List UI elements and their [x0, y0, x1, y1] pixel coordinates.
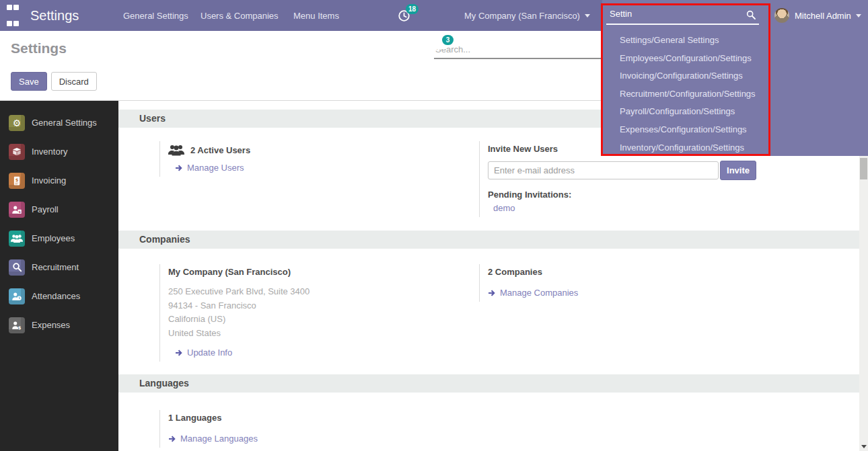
arrow-right-icon [488, 289, 496, 297]
avatar [774, 8, 789, 23]
user-name: Mitchell Admin [795, 11, 851, 21]
sidebar-item-attendances[interactable]: Attendances [0, 282, 118, 311]
section-header-companies: Companies [118, 231, 859, 249]
update-info-link[interactable]: Update Info [175, 347, 449, 358]
settings-sidebar: ⚙ General Settings Inventory $ Invoicing… [0, 101, 118, 451]
pending-user-link[interactable]: demo [488, 203, 768, 213]
chevron-down-icon [585, 14, 590, 17]
search-suggestion[interactable]: Payroll/Configuration/Settings [602, 103, 771, 121]
sidebar-item-payroll[interactable]: $ Payroll [0, 195, 118, 224]
search-suggestion[interactable]: Expenses/Configuration/Settings [602, 121, 771, 139]
invoice-icon: $ [9, 173, 25, 189]
active-users-count: 2 Active Users [190, 145, 250, 155]
search-query-text: Settin [610, 9, 632, 19]
company-name: My Company (San Francisco) [168, 267, 449, 277]
sidebar-item-general-settings[interactable]: ⚙ General Settings [0, 108, 118, 137]
section-header-languages: Languages [118, 374, 859, 393]
arrow-right-icon [175, 349, 183, 357]
svg-text:$: $ [15, 177, 19, 182]
active-users-setting: 2 Active Users Manage Users [159, 141, 382, 177]
save-button[interactable]: Save [11, 72, 47, 91]
invite-email-input[interactable] [488, 161, 719, 179]
company-switcher[interactable]: My Company (San Francisco) [464, 0, 590, 31]
sidebar-item-recruitment[interactable]: Recruitment [0, 253, 118, 282]
payroll-icon: $ [9, 202, 25, 218]
svg-text:$: $ [18, 325, 22, 330]
breadcrumb: Settings [11, 40, 67, 56]
manage-languages-link[interactable]: Manage Languages [168, 434, 382, 444]
messages-badge: 3 [442, 35, 454, 45]
search-suggestion[interactable]: Recruitment/Configuration/Settings [602, 85, 771, 104]
scroll-down-arrow-icon[interactable] [861, 445, 867, 448]
search-icon[interactable] [746, 9, 756, 20]
languages-count: 1 Languages [168, 413, 382, 423]
nav-item-general-settings[interactable]: General Settings [123, 0, 188, 31]
search-suggestion[interactable]: Invoicing/Configuration/Settings [602, 67, 771, 85]
manage-companies-link[interactable]: Manage Companies [488, 288, 681, 298]
expense-icon: $ [9, 317, 25, 333]
vertical-scrollbar[interactable] [859, 156, 868, 451]
chevron-down-icon [856, 14, 861, 17]
magnifier-icon [9, 259, 25, 276]
user-menu[interactable]: Mitchell Admin [774, 0, 861, 31]
activity-badge: 18 [406, 4, 419, 14]
attendance-icon [9, 288, 25, 304]
companies-count: 2 Companies [488, 267, 681, 277]
companies-count-setting: 2 Companies Manage Companies [479, 264, 681, 302]
discard-button[interactable]: Discard [51, 72, 97, 91]
sidebar-item-expenses[interactable]: $ Expenses [0, 311, 118, 339]
employees-icon [9, 231, 25, 247]
manage-users-link[interactable]: Manage Users [175, 163, 382, 173]
navbar-search-input[interactable]: Settin [606, 5, 759, 25]
sidebar-item-inventory[interactable]: Inventory [0, 137, 118, 166]
nav-item-menu-items[interactable]: Menu Items [293, 0, 339, 31]
invite-button[interactable]: Invite [720, 161, 756, 180]
gear-icon: ⚙ [9, 115, 25, 131]
apps-menu-icon[interactable] [7, 0, 20, 31]
search-suggestions-list: Settings/General Settings Employees/Conf… [602, 32, 771, 157]
company-switcher-label: My Company (San Francisco) [464, 11, 580, 21]
sidebar-item-employees[interactable]: Employees [0, 224, 118, 253]
search-suggestion[interactable]: Settings/General Settings [602, 32, 771, 50]
box-icon [9, 144, 25, 160]
search-suggestion[interactable]: Inventory/Configuration/Settings [602, 139, 771, 157]
company-address: 250 Executive Park Blvd, Suite 3400 9413… [168, 285, 449, 340]
scrollbar-thumb[interactable] [860, 158, 867, 179]
nav-item-users-companies[interactable]: Users & Companies [201, 0, 279, 31]
arrow-right-icon [175, 164, 183, 172]
pending-invitations-label: Pending Invitations: [488, 190, 768, 200]
search-suggestion[interactable]: Employees/Configuration/Settings [602, 50, 771, 68]
languages-setting: 1 Languages Manage Languages [159, 410, 382, 448]
arrow-right-icon [168, 435, 176, 443]
app-window: Settings General Settings Users & Compan… [0, 0, 868, 451]
sidebar-item-invoicing[interactable]: $ Invoicing [0, 166, 118, 195]
app-title[interactable]: Settings [30, 0, 79, 31]
users-group-icon [168, 144, 184, 156]
company-setting: My Company (San Francisco) 250 Executive… [159, 264, 449, 362]
